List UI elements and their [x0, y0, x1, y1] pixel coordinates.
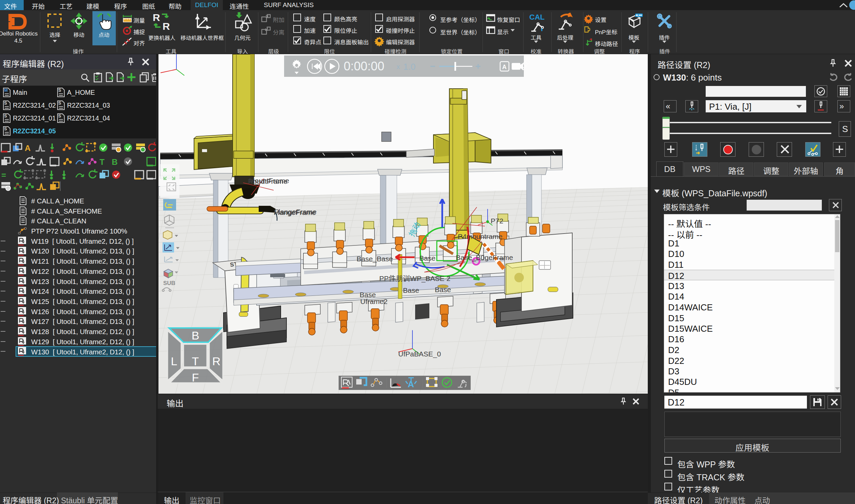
svg-text:M: M	[4, 88, 8, 93]
svg-text:P72: P72	[491, 217, 503, 225]
svg-text:S: S	[58, 101, 61, 106]
svg-text:=: =	[1, 170, 6, 180]
svg-text:F: F	[192, 371, 199, 384]
svg-text:SUB: SUB	[163, 280, 175, 286]
svg-text:L: L	[171, 355, 177, 367]
svg-text:P4mountrame: P4mountrame	[458, 233, 502, 240]
svg-text:T: T	[192, 355, 199, 367]
svg-text:UfPaBASE_0: UfPaBASE_0	[398, 350, 441, 358]
svg-text:x: x	[396, 63, 400, 70]
svg-text:R: R	[153, 12, 160, 23]
svg-text:T: T	[100, 157, 105, 166]
svg-text:Base: Base	[435, 286, 451, 293]
svg-text:Base_B0geFrame: Base_B0geFrame	[456, 253, 513, 262]
svg-text:0:00:00: 0:00:00	[344, 59, 384, 73]
svg-text:S: S	[4, 126, 7, 131]
svg-text:S: S	[58, 88, 61, 93]
svg-text:MountFrame: MountFrame	[249, 177, 289, 184]
svg-text:R: R	[212, 355, 221, 367]
svg-text:B: B	[192, 329, 199, 342]
svg-text:A: A	[502, 64, 506, 70]
svg-text:PP件朋训WP_BASE 2: PP件朋训WP_BASE 2	[379, 274, 450, 283]
svg-text:Base: Base	[403, 286, 419, 294]
svg-text:FlangeFrame: FlangeFrame	[274, 208, 317, 216]
svg-text:A: A	[25, 144, 31, 152]
svg-text:S: S	[4, 113, 7, 119]
svg-text:S: S	[4, 101, 7, 106]
svg-text:Base_Base: Base_Base	[357, 255, 393, 263]
svg-text:Uframe2: Uframe2	[360, 298, 388, 305]
svg-text:R: R	[162, 21, 170, 32]
svg-text:B: B	[112, 157, 118, 166]
svg-text:1.0: 1.0	[403, 61, 415, 72]
svg-text:A: A	[408, 379, 414, 389]
svg-text:Base: Base	[419, 254, 435, 262]
svg-text:S: S	[58, 113, 61, 119]
